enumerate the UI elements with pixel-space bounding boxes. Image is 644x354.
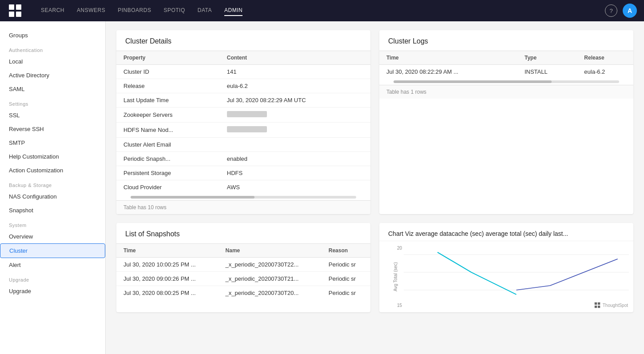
sidebar-item-ssl[interactable]: SSL bbox=[0, 108, 105, 122]
content-cell: AWS bbox=[220, 180, 370, 195]
sidebar-item-action-customization[interactable]: Action Customization bbox=[0, 163, 105, 177]
main-content: Cluster Details Property Content Cluster… bbox=[106, 21, 644, 354]
snapshots-card: List of Snapshots Time Name Reason Jul 3… bbox=[116, 223, 370, 312]
table-row: Last Update Time Jul 30, 2020 08:22:29 A… bbox=[116, 93, 370, 107]
help-button[interactable]: ? bbox=[605, 4, 617, 17]
nav-admin[interactable]: ADMIN bbox=[224, 5, 242, 16]
nav-right: ? A bbox=[605, 4, 637, 18]
time-cell: Jul 30, 2020 09:00:26 PM ... bbox=[116, 272, 219, 286]
property-cell: Periodic Snapsh... bbox=[116, 152, 220, 166]
cluster-logs-title: Cluster Logs bbox=[379, 30, 633, 51]
top-navigation: SEARCH ANSWERS PINBOARDS SPOTIQ DATA ADM… bbox=[0, 0, 644, 21]
property-cell: Cloud Provider bbox=[116, 180, 220, 195]
sidebar-item-upgrade[interactable]: Upgrade bbox=[0, 284, 105, 298]
sidebar-item-active-directory[interactable]: Active Directory bbox=[0, 68, 105, 82]
content-cell: enabled bbox=[220, 152, 370, 166]
snapshots-table: Time Name Reason Jul 30, 2020 10:00:25 P… bbox=[116, 243, 370, 300]
sidebar-item-nas-configuration[interactable]: NAS Configuration bbox=[0, 190, 105, 203]
table-row: Cloud Provider AWS bbox=[116, 180, 370, 195]
content-cell bbox=[220, 138, 370, 152]
content-cell bbox=[220, 107, 370, 123]
table-row: Jul 30, 2020 09:00:26 PM ... _x_periodic… bbox=[116, 272, 370, 286]
sidebar-section-settings: Settings bbox=[0, 96, 105, 108]
reason-cell: Periodic sr bbox=[322, 272, 370, 286]
property-cell: Cluster ID bbox=[116, 65, 220, 79]
type-cell: INSTALL bbox=[517, 65, 577, 79]
cluster-details-title: Cluster Details bbox=[116, 30, 370, 51]
property-cell: Persistent Storage bbox=[116, 166, 220, 180]
nav-links: SEARCH ANSWERS PINBOARDS SPOTIQ DATA ADM… bbox=[41, 5, 591, 16]
svg-rect-2 bbox=[9, 12, 14, 17]
table-row: Zookeeper Servers bbox=[116, 107, 370, 123]
sidebar-item-smtp[interactable]: SMTP bbox=[0, 136, 105, 150]
snapshots-title: List of Snapshots bbox=[116, 223, 370, 243]
property-cell: Release bbox=[116, 79, 220, 93]
sidebar-item-reverse-ssh[interactable]: Reverse SSH bbox=[0, 122, 105, 136]
table-row: Cluster Alert Email bbox=[116, 138, 370, 152]
cluster-details-table: Property Content Cluster ID 141 Release … bbox=[116, 51, 370, 194]
chart-viz-card: Chart Viz average datacache (sec) averag… bbox=[379, 223, 633, 312]
content-cell bbox=[220, 123, 370, 138]
sidebar-item-cluster[interactable]: Cluster bbox=[0, 243, 105, 258]
thoughtspot-watermark: ThoughtSpot bbox=[594, 302, 628, 309]
chart-canvas bbox=[404, 246, 629, 303]
nav-search[interactable]: SEARCH bbox=[41, 5, 64, 16]
table-row: Jul 30, 2020 08:22:29 AM ... INSTALL eul… bbox=[379, 65, 633, 79]
sidebar-section-authentication: Authentication bbox=[0, 42, 105, 55]
release-cell: eula-6.2 bbox=[577, 65, 633, 79]
content-cell: 141 bbox=[220, 65, 370, 79]
y-value-20: 20 bbox=[397, 246, 402, 251]
sidebar-section-system: System bbox=[0, 217, 105, 230]
redacted-value bbox=[227, 126, 267, 132]
table-row: Persistent Storage HDFS bbox=[116, 166, 370, 180]
time-cell: Jul 30, 2020 08:22:29 AM ... bbox=[379, 65, 517, 79]
sidebar-item-local[interactable]: Local bbox=[0, 55, 105, 68]
horizontal-scroll-logs[interactable] bbox=[394, 80, 619, 83]
sidebar-section-upgrade: Upgrade bbox=[0, 272, 105, 284]
col-type: Type bbox=[517, 51, 577, 65]
table-row: HDFS Name Nod... bbox=[116, 123, 370, 138]
svg-rect-1 bbox=[16, 4, 21, 10]
user-avatar[interactable]: A bbox=[623, 4, 637, 18]
sidebar-section-backup: Backup & Storage bbox=[0, 177, 105, 190]
col-property: Property bbox=[116, 51, 220, 65]
time-cell: Jul 30, 2020 10:00:25 PM ... bbox=[116, 258, 219, 272]
y-value-15: 15 bbox=[397, 303, 402, 308]
property-cell: Last Update Time bbox=[116, 93, 220, 107]
nav-data[interactable]: DATA bbox=[198, 5, 212, 16]
horizontal-scroll[interactable] bbox=[131, 196, 356, 199]
svg-rect-10 bbox=[598, 306, 600, 308]
redacted-value bbox=[227, 111, 267, 117]
sidebar-item-saml[interactable]: SAML bbox=[0, 82, 105, 96]
nav-answers[interactable]: ANSWERS bbox=[77, 5, 105, 16]
property-cell: Zookeeper Servers bbox=[116, 107, 220, 123]
sidebar-item-snapshot[interactable]: Snapshot bbox=[0, 203, 105, 217]
sidebar-item-overview[interactable]: Overview bbox=[0, 230, 105, 243]
cluster-logs-card: Cluster Logs Time Type Release Jul 30, 2… bbox=[379, 30, 633, 214]
name-cell: _x_periodic_20200730T22... bbox=[219, 258, 322, 272]
reason-cell: Periodic sr bbox=[322, 286, 370, 300]
sidebar-item-groups[interactable]: Groups bbox=[0, 28, 105, 42]
nav-spotiq[interactable]: SPOTIQ bbox=[163, 5, 185, 16]
table-row: Jul 30, 2020 10:00:25 PM ... _x_periodic… bbox=[116, 258, 370, 272]
svg-rect-8 bbox=[598, 302, 600, 305]
sidebar-item-alert[interactable]: Alert bbox=[0, 258, 105, 272]
sidebar-item-help-customization[interactable]: Help Customization bbox=[0, 150, 105, 163]
content-cell: Jul 30, 2020 08:22:29 AM UTC bbox=[220, 93, 370, 107]
table-row: Release eula-6.2 bbox=[116, 79, 370, 93]
nav-pinboards[interactable]: PINBOARDS bbox=[118, 5, 151, 16]
property-cell: HDFS Name Nod... bbox=[116, 123, 220, 138]
col-time: Time bbox=[379, 51, 517, 65]
name-cell: _x_periodic_20200730T20... bbox=[219, 286, 322, 300]
cluster-logs-table: Time Type Release Jul 30, 2020 08:22:29 … bbox=[379, 51, 633, 79]
svg-rect-3 bbox=[16, 12, 21, 17]
content-cell: eula-6.2 bbox=[220, 79, 370, 93]
content-cell: HDFS bbox=[220, 166, 370, 180]
cluster-logs-footer: Table has 1 rows bbox=[379, 85, 633, 99]
table-row: Periodic Snapsh... enabled bbox=[116, 152, 370, 166]
sidebar: Groups Authentication Local Active Direc… bbox=[0, 21, 106, 354]
chart-y-axis: 20 15 bbox=[397, 246, 402, 308]
app-logo[interactable] bbox=[7, 3, 23, 19]
col-name: Name bbox=[219, 244, 322, 258]
chart-title: Chart Viz average datacache (sec) averag… bbox=[379, 223, 633, 241]
